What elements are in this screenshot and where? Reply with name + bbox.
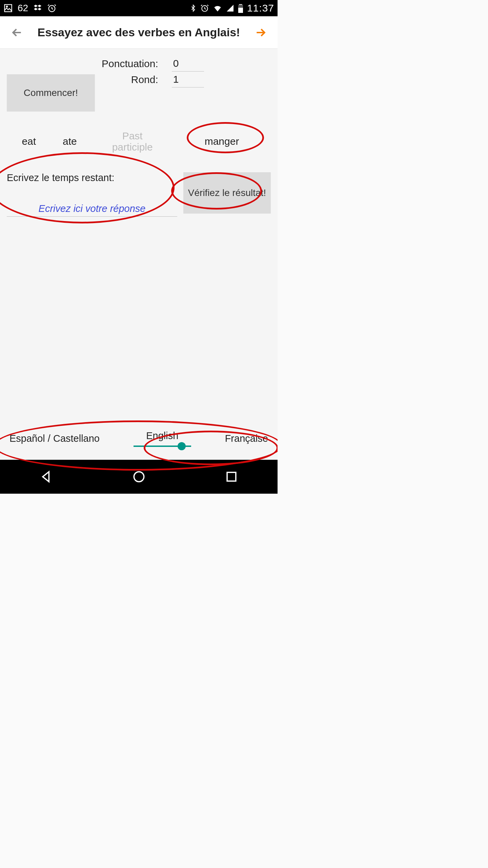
rond-value: 1 xyxy=(172,72,204,87)
svg-point-7 xyxy=(134,472,144,481)
wifi-icon xyxy=(212,4,223,13)
battery-icon xyxy=(238,3,244,13)
svg-rect-6 xyxy=(238,8,243,13)
lang-english[interactable]: English xyxy=(134,430,191,441)
status-time: 11:37 xyxy=(247,2,274,14)
answer-section: Ecrivez le temps restant: Vérifiez le ré… xyxy=(5,172,272,217)
verb-past: ate xyxy=(63,136,77,147)
picture-icon xyxy=(3,3,13,13)
lang-french[interactable]: Française xyxy=(225,433,268,444)
verb-base: eat xyxy=(22,136,36,147)
signal-icon xyxy=(226,4,234,12)
verify-button[interactable]: Vérifiez le résultat! xyxy=(183,172,271,214)
main-content: Commencer! Ponctuation: 0 Rond: 1 eat at… xyxy=(0,49,278,460)
verb-translation: manger xyxy=(188,136,256,147)
answer-left: Ecrivez le temps restant: xyxy=(7,172,177,217)
svg-point-1 xyxy=(6,6,8,7)
verbs-row: eat ate Past participle manger xyxy=(5,130,272,153)
ponctuation-label: Ponctuation: xyxy=(102,58,158,70)
score-section: Commencer! Ponctuation: 0 Rond: 1 xyxy=(5,49,272,112)
commencer-button[interactable]: Commencer! xyxy=(7,74,95,112)
score-grid: Ponctuation: 0 Rond: 1 xyxy=(102,56,204,87)
language-slider[interactable] xyxy=(134,446,191,447)
answer-input[interactable] xyxy=(7,196,177,217)
nav-back-icon[interactable] xyxy=(39,469,54,484)
app-bar: Essayez avec des verbes en Anglais! xyxy=(0,16,278,49)
nav-home-icon[interactable] xyxy=(131,469,146,484)
svg-rect-0 xyxy=(5,5,12,12)
answer-label: Ecrivez le temps restant: xyxy=(7,172,177,183)
alarm-status-icon xyxy=(200,3,209,13)
nav-recent-icon[interactable] xyxy=(224,469,239,484)
system-nav-bar xyxy=(0,460,278,494)
ponctuation-value: 0 xyxy=(172,56,204,72)
svg-rect-8 xyxy=(227,472,236,481)
forward-arrow-icon[interactable] xyxy=(254,26,267,39)
lang-spanish[interactable]: Español / Castellano xyxy=(9,433,100,444)
rond-label: Rond: xyxy=(102,74,158,85)
app-title: Essayez avec des verbes en Anglais! xyxy=(38,26,240,39)
bluetooth-icon xyxy=(189,3,197,13)
dropbox-icon xyxy=(33,3,42,13)
status-notif-count: 62 xyxy=(18,3,28,14)
alarm-icon xyxy=(47,3,57,13)
status-left-icons: 62 xyxy=(3,3,57,14)
lang-center: English xyxy=(134,430,191,447)
slider-thumb-icon[interactable] xyxy=(178,442,186,450)
verb-participle: Past participle xyxy=(104,130,161,153)
status-bar: 62 11:37 xyxy=(0,0,278,16)
svg-rect-4 xyxy=(239,4,242,5)
back-arrow-icon[interactable] xyxy=(10,26,24,39)
status-right-icons: 11:37 xyxy=(189,2,274,14)
language-section: Español / Castellano English Française xyxy=(0,417,278,460)
